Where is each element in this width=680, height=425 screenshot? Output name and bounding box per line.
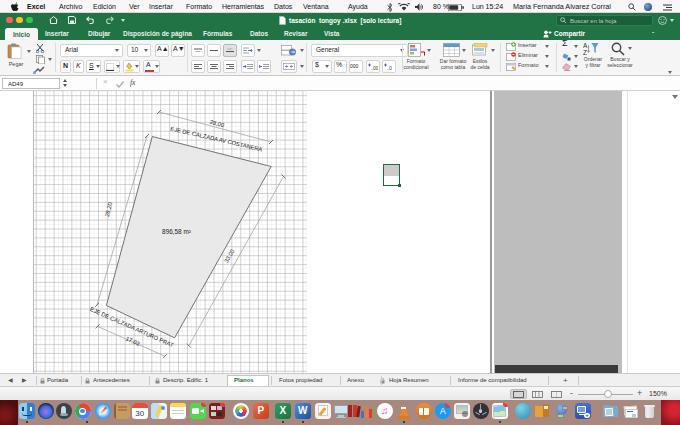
svg-text:33,00: 33,00 [223, 248, 235, 264]
svg-text:A: A [583, 42, 588, 49]
svg-text:Z: Z [583, 49, 587, 56]
svg-text:.00: .00 [372, 65, 379, 71]
svg-text:28,20: 28,20 [104, 202, 113, 218]
svg-text:896,58 m²: 896,58 m² [162, 228, 191, 235]
svg-text:28,00: 28,00 [209, 119, 225, 129]
svg-text:.0: .0 [388, 65, 392, 71]
svg-text:17,02: 17,02 [125, 335, 141, 346]
